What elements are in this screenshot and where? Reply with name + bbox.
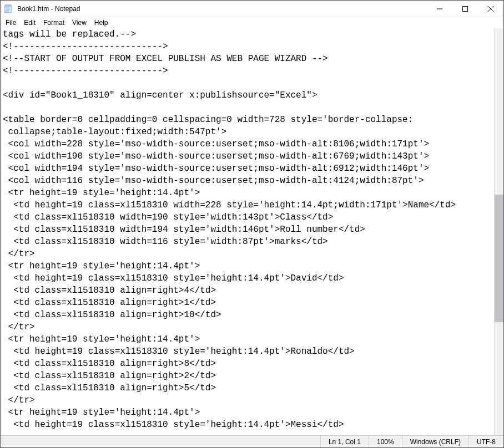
statusbar: Ln 1, Col 1 100% Windows (CRLF) UTF-8 <box>1 435 503 447</box>
vertical-scrollbar[interactable] <box>494 28 503 435</box>
status-line-ending: Windows (CRLF) <box>402 436 468 447</box>
status-encoding: UTF-8 <box>468 436 503 447</box>
minimize-icon <box>437 6 442 12</box>
notepad-window: Book1.htm - Notepad File Edit Format Vie… <box>0 0 504 448</box>
svg-rect-1 <box>5 5 11 7</box>
status-zoom: 100% <box>369 436 402 447</box>
window-controls <box>427 1 503 17</box>
close-icon <box>488 6 493 12</box>
text-editor[interactable]: tags will be replaced.--> <!------------… <box>1 28 494 435</box>
svg-rect-7 <box>463 6 468 11</box>
menu-format[interactable]: Format <box>39 18 68 27</box>
menu-help[interactable]: Help <box>90 18 112 27</box>
maximize-icon <box>462 6 468 12</box>
close-button[interactable] <box>478 1 503 17</box>
titlebar[interactable]: Book1.htm - Notepad <box>1 1 503 17</box>
editor-wrap: tags will be replaced.--> <!------------… <box>1 28 503 435</box>
menu-edit[interactable]: Edit <box>20 18 39 27</box>
scrollbar-thumb[interactable] <box>495 195 503 322</box>
notepad-app-icon <box>4 4 13 13</box>
menu-file[interactable]: File <box>2 18 20 27</box>
menubar: File Edit Format View Help <box>1 17 503 28</box>
status-cursor-position: Ln 1, Col 1 <box>320 436 369 447</box>
minimize-button[interactable] <box>427 1 452 17</box>
menu-view[interactable]: View <box>68 18 90 27</box>
maximize-button[interactable] <box>452 1 478 17</box>
window-title: Book1.htm - Notepad <box>16 5 427 13</box>
